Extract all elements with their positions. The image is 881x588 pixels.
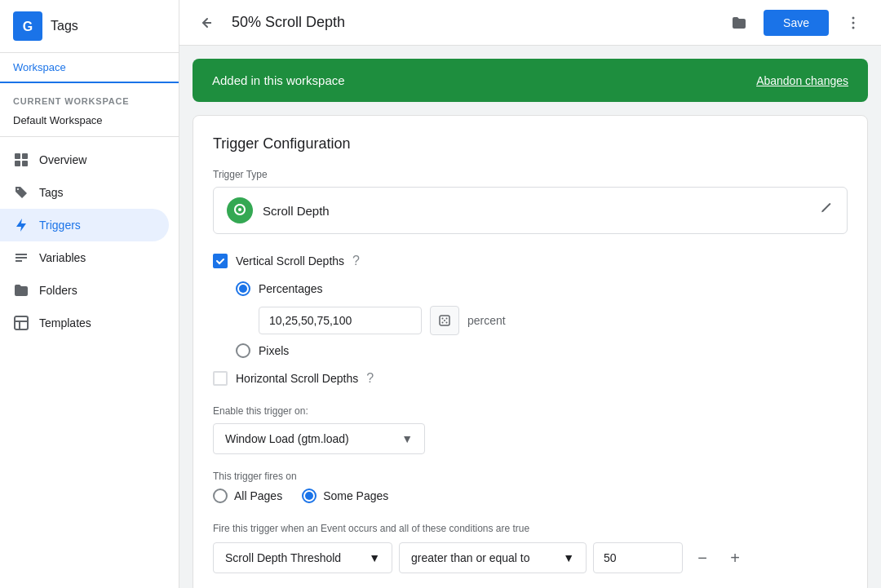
trigger-type-selector[interactable]: Scroll Depth bbox=[213, 187, 848, 234]
enable-trigger-dropdown[interactable]: Window Load (gtm.load) ▼ bbox=[213, 423, 425, 454]
template-icon bbox=[13, 315, 29, 331]
app-title: Tags bbox=[51, 19, 78, 33]
svg-point-14 bbox=[442, 318, 444, 320]
sidebar-item-templates[interactable]: Templates bbox=[0, 307, 169, 339]
sidebar-item-overview[interactable]: Overview bbox=[0, 144, 169, 176]
condition-field-dropdown[interactable]: Scroll Depth Threshold ▼ bbox=[213, 542, 392, 573]
horizontal-scroll-checkbox-row: Horizontal Scroll Depths ? bbox=[213, 371, 848, 386]
percentage-input-row: percent bbox=[259, 306, 848, 335]
condition-row: Scroll Depth Threshold ▼ greater than or… bbox=[213, 542, 848, 573]
variable-icon bbox=[13, 250, 29, 266]
sidebar-item-label: Tags bbox=[39, 186, 64, 199]
horizontal-scroll-checkbox[interactable] bbox=[213, 371, 228, 386]
percentages-label: Percentages bbox=[259, 282, 323, 295]
vertical-scroll-help-icon[interactable]: ? bbox=[352, 254, 360, 268]
sidebar: G Tags Workspace CURRENT WORKSPACE Defau… bbox=[0, 0, 179, 588]
svg-text:G: G bbox=[23, 20, 33, 33]
percentage-values-input[interactable] bbox=[259, 307, 422, 334]
scroll-depth-icon bbox=[227, 197, 253, 223]
back-button[interactable] bbox=[193, 8, 222, 38]
svg-point-10 bbox=[852, 21, 855, 24]
tag-icon bbox=[13, 184, 29, 201]
more-icon bbox=[845, 15, 861, 31]
enable-trigger-value: Window Load (gtm.load) bbox=[225, 432, 349, 445]
pixels-radio[interactable] bbox=[236, 343, 250, 358]
sidebar-item-folders[interactable]: Folders bbox=[0, 274, 169, 307]
sidebar-item-label: Templates bbox=[39, 316, 91, 329]
add-condition-button[interactable]: + bbox=[722, 545, 748, 571]
percent-unit-label: percent bbox=[467, 314, 506, 327]
topbar: 50% Scroll Depth Save bbox=[179, 0, 881, 46]
lightning-icon bbox=[13, 217, 29, 233]
enable-trigger-section: Enable this trigger on: Window Load (gtm… bbox=[213, 405, 848, 454]
sidebar-item-tags[interactable]: Tags bbox=[0, 176, 169, 209]
horizontal-scroll-label: Horizontal Scroll Depths bbox=[236, 372, 358, 385]
fires-on-section: This trigger fires on All Pages Some Pag… bbox=[213, 471, 848, 503]
trigger-config-card: Trigger Configuration Trigger Type Scrol… bbox=[193, 115, 868, 588]
sidebar-item-label: Triggers bbox=[39, 219, 81, 232]
workspace-tab-label: Workspace bbox=[13, 61, 66, 73]
fires-on-radio-row: All Pages Some Pages bbox=[213, 489, 848, 503]
svg-rect-2 bbox=[15, 153, 20, 159]
depth-type-radio-group: Percentages p bbox=[236, 281, 848, 358]
condition-operator-value: greater than or equal to bbox=[411, 551, 530, 564]
vertical-scroll-label: Vertical Scroll Depths bbox=[236, 254, 344, 267]
banner-text: Added in this workspace bbox=[212, 73, 345, 87]
abandon-changes-button[interactable]: Abandon changes bbox=[756, 74, 848, 87]
svg-point-17 bbox=[446, 322, 448, 324]
sidebar-item-label: Variables bbox=[39, 251, 86, 264]
condition-operator-dropdown[interactable]: greater than or equal to ▼ bbox=[399, 542, 587, 573]
all-pages-radio-container: All Pages bbox=[213, 489, 282, 503]
sidebar-logo: G Tags bbox=[0, 0, 179, 53]
chevron-down-icon: ▼ bbox=[401, 432, 413, 445]
svg-rect-6 bbox=[15, 316, 28, 329]
trigger-type-name: Scroll Depth bbox=[263, 204, 808, 218]
svg-rect-3 bbox=[22, 153, 28, 159]
svg-point-11 bbox=[852, 26, 855, 29]
svg-rect-5 bbox=[22, 161, 28, 166]
some-pages-radio[interactable] bbox=[302, 489, 317, 503]
vertical-scroll-checkbox[interactable] bbox=[213, 254, 228, 268]
added-banner: Added in this workspace Abandon changes bbox=[193, 59, 868, 102]
svg-point-12 bbox=[238, 208, 241, 211]
percentages-radio[interactable] bbox=[236, 281, 250, 296]
folder-button[interactable] bbox=[724, 8, 754, 38]
chevron-down-icon: ▼ bbox=[369, 551, 380, 564]
main-area: 50% Scroll Depth Save Added in this work… bbox=[179, 0, 881, 588]
sidebar-item-triggers[interactable]: Triggers bbox=[0, 209, 169, 241]
vertical-scroll-checkbox-row: Vertical Scroll Depths ? bbox=[213, 254, 848, 268]
conditions-label: Fire this trigger when an Event occurs a… bbox=[213, 523, 848, 534]
svg-point-9 bbox=[852, 16, 855, 19]
arrow-back-icon bbox=[199, 15, 215, 31]
trigger-type-label: Trigger Type bbox=[213, 169, 848, 180]
svg-point-15 bbox=[446, 318, 448, 320]
pixels-radio-row: Pixels bbox=[236, 343, 848, 358]
some-pages-radio-container: Some Pages bbox=[302, 489, 388, 503]
svg-rect-4 bbox=[15, 161, 20, 166]
folder-nav-icon bbox=[13, 282, 29, 298]
more-button[interactable] bbox=[839, 8, 868, 38]
sidebar-item-label: Overview bbox=[39, 153, 86, 166]
svg-point-16 bbox=[442, 322, 444, 324]
enable-trigger-label: Enable this trigger on: bbox=[213, 405, 848, 417]
workspace-tab[interactable]: Workspace bbox=[0, 53, 179, 83]
condition-value-input[interactable] bbox=[593, 542, 683, 573]
workspace-name: Default Workspace bbox=[0, 111, 179, 136]
some-pages-label: Some Pages bbox=[323, 489, 388, 502]
workspace-section-label: CURRENT WORKSPACE bbox=[0, 83, 179, 111]
dice-icon-button[interactable] bbox=[430, 306, 459, 335]
percentages-radio-row: Percentages bbox=[236, 281, 848, 296]
edit-icon[interactable] bbox=[817, 201, 834, 220]
pixels-label: Pixels bbox=[259, 344, 289, 357]
app-logo-icon: G bbox=[13, 11, 42, 41]
sidebar-item-variables[interactable]: Variables bbox=[0, 241, 169, 274]
remove-condition-button[interactable]: − bbox=[689, 545, 715, 571]
grid-icon bbox=[13, 152, 29, 168]
save-button[interactable]: Save bbox=[764, 10, 829, 36]
chevron-down-icon: ▼ bbox=[563, 551, 574, 564]
config-card-title: Trigger Configuration bbox=[213, 135, 848, 153]
all-pages-radio[interactable] bbox=[213, 489, 228, 503]
fires-on-label: This trigger fires on bbox=[213, 471, 848, 482]
all-pages-label: All Pages bbox=[234, 489, 282, 502]
horizontal-scroll-help-icon[interactable]: ? bbox=[366, 371, 374, 386]
